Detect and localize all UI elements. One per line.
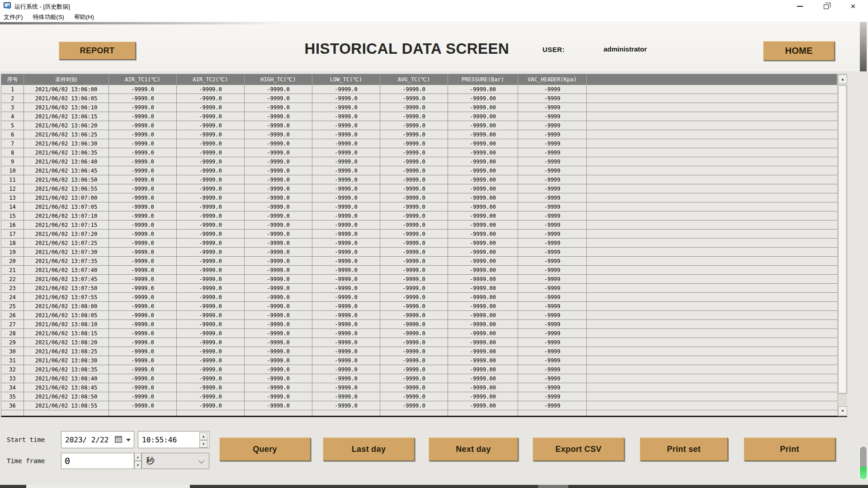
start-date-picker[interactable]: 2023/ 2/22 xyxy=(61,431,134,448)
time-spin-down-button[interactable]: ▼ xyxy=(199,440,208,448)
table-row[interactable]: 242021/06/02 13:07:55-9999.0-9999.0-9999… xyxy=(1,293,837,302)
table-cell: -9999.00 xyxy=(448,157,518,166)
table-cell: -9999 xyxy=(518,175,587,184)
home-button[interactable]: HOME xyxy=(763,41,835,61)
column-header-high-tc: HIGH_TC(℃) xyxy=(245,74,312,85)
menu-file[interactable]: 文件(F) xyxy=(4,13,28,21)
table-cell: 2021/06/02 13:08:30 xyxy=(24,356,109,365)
scroll-down-icon: ▼ xyxy=(841,409,844,413)
table-row[interactable]: 172021/06/02 13:07:20-9999.0-9999.0-9999… xyxy=(1,230,837,239)
vertical-scrollbar[interactable]: ▲ ▼ xyxy=(837,74,847,416)
query-button[interactable]: Query xyxy=(219,437,311,461)
scroll-up-button[interactable]: ▲ xyxy=(838,75,847,84)
next-day-button[interactable]: Next day xyxy=(429,437,518,461)
table-cell: -9999.0 xyxy=(245,121,312,130)
table-cell: -9999.0 xyxy=(312,166,380,175)
table-row[interactable]: 362021/06/02 13:08:55-9999.0-9999.0-9999… xyxy=(1,401,837,410)
table-cell: 8 xyxy=(1,148,24,157)
table-cell: -9999 xyxy=(518,248,587,256)
scrollbar-thumb[interactable] xyxy=(838,85,847,394)
frame-spin-down-button[interactable]: ▼ xyxy=(134,461,142,469)
time-frame-input[interactable]: 0 xyxy=(61,453,134,469)
table-cell-filler xyxy=(587,94,837,103)
table-cell: 30 xyxy=(1,347,24,356)
table-row[interactable]: 342021/06/02 13:08:45-9999.0-9999.0-9999… xyxy=(1,383,837,392)
table-cell: 2021/06/02 13:06:50 xyxy=(24,175,109,184)
report-button[interactable]: REPORT xyxy=(59,42,136,60)
table-row[interactable]: 192021/06/02 13:07:30-9999.0-9999.0-9999… xyxy=(1,248,837,257)
table-cell: -9999.00 xyxy=(448,302,518,310)
start-time-input[interactable]: 10:55:46 ▲ ▼ xyxy=(138,431,209,448)
scroll-down-button[interactable]: ▼ xyxy=(838,406,847,416)
table-row[interactable]: 282021/06/02 13:08:15-9999.0-9999.0-9999… xyxy=(1,329,837,338)
export-csv-button[interactable]: Export CSV xyxy=(533,437,624,461)
table-cell: 2021/06/02 13:08:50 xyxy=(24,392,109,401)
table-cell: -9999.0 xyxy=(380,302,448,310)
table-row[interactable]: 122021/06/02 13:06:55-9999.0-9999.0-9999… xyxy=(1,184,837,193)
restore-button[interactable] xyxy=(818,0,835,12)
menu-special-functions[interactable]: 特殊功能(S) xyxy=(33,13,70,21)
table-cell: -9999.00 xyxy=(448,130,518,139)
table-row[interactable]: 112021/06/02 13:06:50-9999.0-9999.0-9999… xyxy=(1,175,837,184)
table-row[interactable]: 232021/06/02 13:07:50-9999.0-9999.0-9999… xyxy=(1,284,837,293)
table-cell: 2021/06/02 13:07:25 xyxy=(24,239,109,247)
date-dropdown-icon[interactable] xyxy=(126,439,131,441)
table-row[interactable]: 252021/06/02 13:08:00-9999.0-9999.0-9999… xyxy=(1,302,837,311)
scroll-up-icon: ▲ xyxy=(841,77,844,81)
menu-help[interactable]: 帮助(H) xyxy=(74,13,99,21)
table-row[interactable]: 152021/06/02 13:07:10-9999.0-9999.0-9999… xyxy=(1,211,837,221)
table-row[interactable]: 162021/06/02 13:07:15-9999.0-9999.0-9999… xyxy=(1,221,837,230)
calendar-icon[interactable] xyxy=(115,436,122,443)
table-row[interactable]: 132021/06/02 13:07:00-9999.0-9999.0-9999… xyxy=(1,193,837,202)
table-cell-filler xyxy=(587,121,837,130)
last-day-button[interactable]: Last day xyxy=(323,437,415,461)
table-row[interactable]: 142021/06/02 13:07:05-9999.0-9999.0-9999… xyxy=(1,202,837,211)
table-row[interactable]: 102021/06/02 13:06:45-9999.0-9999.0-9999… xyxy=(1,166,837,175)
table-row[interactable]: 322021/06/02 13:08:35-9999.0-9999.0-9999… xyxy=(1,365,837,374)
table-row[interactable]: 302021/06/02 13:08:25-9999.0-9999.0-9999… xyxy=(1,347,837,356)
table-cell: -9999.0 xyxy=(380,275,448,283)
print-set-button[interactable]: Print set xyxy=(640,437,728,461)
time-spin-up-button[interactable]: ▲ xyxy=(199,432,208,440)
frame-spin-up-button[interactable]: ▲ xyxy=(134,453,142,461)
print-button[interactable]: Print xyxy=(744,437,835,461)
table-row[interactable]: 332021/06/02 13:08:40-9999.0-9999.0-9999… xyxy=(1,374,837,383)
table-row[interactable]: 262021/06/02 13:08:05-9999.0-9999.0-9999… xyxy=(1,311,837,320)
table-row[interactable]: 62021/06/02 13:06:25-9999.0-9999.0-9999.… xyxy=(1,130,837,139)
table-row[interactable]: 22021/06/02 13:06:05-9999.0-9999.0-9999.… xyxy=(1,94,837,103)
table-row[interactable]: 72021/06/02 13:06:30-9999.0-9999.0-9999.… xyxy=(1,139,837,148)
table-cell: -9999.0 xyxy=(177,293,245,301)
table-cell: 2021/06/02 13:06:05 xyxy=(24,94,109,103)
table-row[interactable]: 42021/06/02 13:06:15-9999.0-9999.0-9999.… xyxy=(1,112,837,121)
table-cell: -9999.0 xyxy=(177,85,245,94)
table-cell: -9999.0 xyxy=(380,257,448,265)
table-cell: -9999 xyxy=(518,112,587,121)
table-row[interactable]: 82021/06/02 13:06:35-9999.0-9999.0-9999.… xyxy=(1,148,837,157)
table-cell: -9999 xyxy=(518,166,587,175)
table-cell: -9999.0 xyxy=(245,365,312,374)
time-unit-select[interactable]: 秒 xyxy=(142,453,209,469)
table-row[interactable]: 52021/06/02 13:06:20-9999.0-9999.0-9999.… xyxy=(1,121,837,130)
table-row[interactable]: 272021/06/02 13:08:10-9999.0-9999.0-9999… xyxy=(1,320,837,329)
table-row[interactable]: 352021/06/02 13:08:50-9999.0-9999.0-9999… xyxy=(1,392,837,401)
table-cell: -9999.0 xyxy=(177,311,245,319)
table-row[interactable]: 202021/06/02 13:07:35-9999.0-9999.0-9999… xyxy=(1,257,837,266)
table-row[interactable]: 182021/06/02 13:07:25-9999.0-9999.0-9999… xyxy=(1,239,837,248)
table-cell: -9999.0 xyxy=(177,329,245,338)
table-cell: -9999.00 xyxy=(448,320,518,328)
table-cell: -9999.0 xyxy=(109,211,177,220)
minimize-button[interactable] xyxy=(791,0,808,12)
table-row[interactable]: 12021/06/02 13:06:00-9999.0-9999.0-9999.… xyxy=(1,85,837,94)
table-row[interactable]: 212021/06/02 13:07:40-9999.0-9999.0-9999… xyxy=(1,266,837,275)
table-cell: -9999.0 xyxy=(380,166,448,175)
table-cell-filler xyxy=(587,374,837,383)
table-cell: -9999.00 xyxy=(448,257,518,265)
table-cell-filler xyxy=(587,401,837,410)
table-cell: -9999 xyxy=(518,365,587,374)
close-button[interactable]: × xyxy=(844,0,862,12)
table-row[interactable]: 222021/06/02 13:07:45-9999.0-9999.0-9999… xyxy=(1,275,837,284)
table-row[interactable]: 312021/06/02 13:08:30-9999.0-9999.0-9999… xyxy=(1,356,837,365)
table-row[interactable]: 92021/06/02 13:06:40-9999.0-9999.0-9999.… xyxy=(1,157,837,166)
table-row[interactable]: 32021/06/02 13:06:10-9999.0-9999.0-9999.… xyxy=(1,103,837,112)
table-row[interactable]: 292021/06/02 13:08:20-9999.0-9999.0-9999… xyxy=(1,338,837,347)
